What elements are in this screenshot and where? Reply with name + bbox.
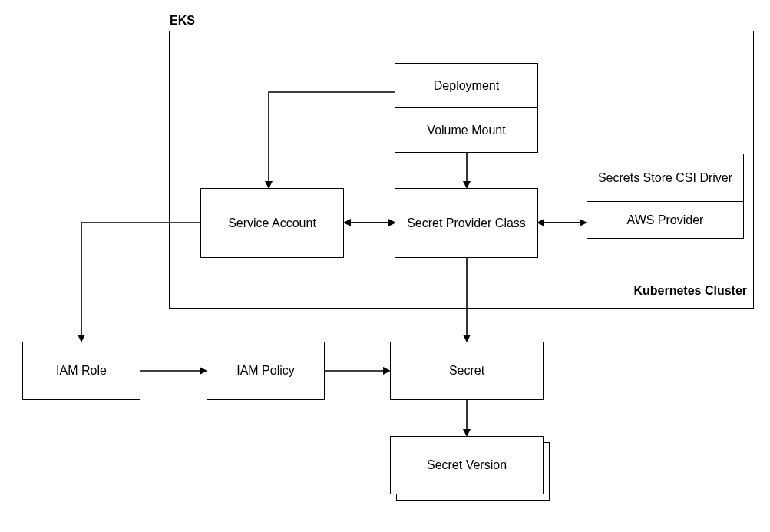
service-account-box: Service Account xyxy=(200,188,344,258)
aws-provider-label: AWS Provider xyxy=(587,201,743,238)
iam-policy-label: IAM Policy xyxy=(236,364,295,378)
service-account-label: Service Account xyxy=(228,216,316,230)
secret-version-box: Secret Version xyxy=(390,436,544,494)
deployment-label: Deployment xyxy=(395,64,537,107)
k8s-cluster-label: Kubernetes Cluster xyxy=(633,284,747,298)
volume-mount-label: Volume Mount xyxy=(395,107,537,152)
iam-policy-box: IAM Policy xyxy=(207,342,325,400)
csi-driver-box: Secrets Store CSI Driver AWS Provider xyxy=(587,154,744,239)
diagram-canvas: EKS Kubernetes Cluster Deployment Volume… xyxy=(0,0,770,532)
secret-label: Secret xyxy=(449,364,484,378)
iam-role-box: IAM Role xyxy=(22,342,140,400)
iam-role-label: IAM Role xyxy=(56,364,107,378)
secret-version-label: Secret Version xyxy=(427,458,507,472)
csi-driver-label: Secrets Store CSI Driver xyxy=(587,154,743,201)
secret-provider-class-box: Secret Provider Class xyxy=(395,188,538,258)
secret-box: Secret xyxy=(390,342,544,400)
secret-provider-class-label: Secret Provider Class xyxy=(407,216,526,230)
eks-label: EKS xyxy=(170,14,195,28)
deployment-box: Deployment Volume Mount xyxy=(395,63,538,153)
